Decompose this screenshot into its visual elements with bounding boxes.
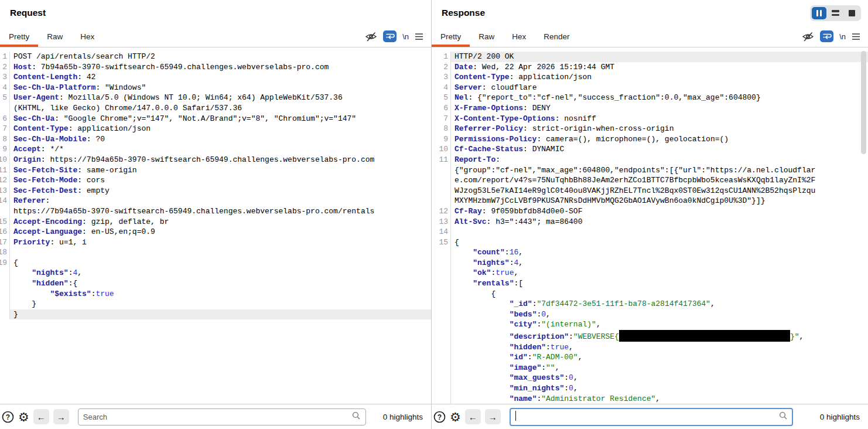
code-line[interactable]: 19{ [0, 258, 431, 268]
code-line[interactable]: 11Sec-Fetch-Site: same-origin [0, 165, 431, 176]
scrollbar[interactable] [860, 49, 867, 403]
code-line[interactable]: 14Referer: [0, 196, 431, 206]
code-line[interactable]: 5Nel: {"report_to":"cf-nel","success_fra… [432, 93, 868, 103]
line-number [432, 330, 451, 342]
code-line[interactable]: "max_guests":0, [432, 373, 868, 383]
code-line[interactable]: "id":"R-ADM-00", [432, 352, 868, 363]
help-button[interactable]: ? [433, 411, 446, 423]
response-code-editor[interactable]: 1HTTP/2 200 OK2Date: Wed, 22 Apr 2026 15… [432, 47, 868, 404]
code-line[interactable]: https://7b94a65b-3970-swiftsearch-65949.… [0, 206, 431, 217]
eye-off-icon[interactable] [802, 30, 814, 43]
line-number [432, 165, 451, 176]
code-line[interactable]: "description":"WEBVERSE{}", [432, 330, 868, 342]
code-line[interactable]: 15Accept-Encoding: gzip, deflate, br [0, 217, 431, 227]
code-line[interactable]: { [432, 289, 868, 299]
code-line[interactable]: 2Host: 7b94a65b-3970-swiftsearch-65949.c… [0, 62, 431, 73]
code-line[interactable]: } [0, 309, 431, 320]
code-line[interactable]: 6X-Frame-Options: DENY [432, 103, 868, 114]
tab-render[interactable]: Render [535, 26, 578, 47]
tab-hex[interactable]: Hex [71, 26, 103, 47]
tab-raw[interactable]: Raw [38, 26, 71, 47]
code-line[interactable]: 9Accept: */* [0, 144, 431, 155]
settings-gear-button[interactable]: ⚙ [450, 411, 461, 423]
code-line[interactable]: "nights":4, [432, 258, 868, 268]
code-line[interactable]: 9Permissions-Policy: camera=(), micropho… [432, 134, 868, 145]
search-prev-button[interactable]: ← [465, 409, 481, 424]
search-next-button[interactable]: → [53, 409, 69, 424]
code-line[interactable]: "min_nights":0, [432, 383, 868, 394]
line-number: 2 [432, 62, 451, 73]
tab-raw[interactable]: Raw [470, 26, 503, 47]
code-line[interactable]: 18 [0, 247, 431, 258]
wrap-lines-button[interactable] [383, 30, 397, 42]
code-line[interactable]: 6Sec-Ch-Ua: "Google Chrome";v="147", "No… [0, 114, 431, 124]
code-line[interactable]: "_id":"7df34472-3e51-11f1-ba78-a2814f417… [432, 299, 868, 309]
code-line[interactable]: MXYMHzbmW7jCcLVBf9PKUSA7NRsDdHMVbMQG2GbA… [432, 196, 868, 206]
request-code-editor[interactable]: 1POST /api/rentals/search HTTP/22Host: 7… [0, 47, 431, 404]
newline-toggle[interactable]: \n [402, 32, 409, 41]
code-line[interactable]: "ok":true, [432, 268, 868, 278]
layout-rows-button[interactable] [828, 7, 843, 19]
code-line[interactable]: "hidden":{ [0, 278, 431, 289]
code-line[interactable]: 3Content-Type: application/json [432, 72, 868, 83]
code-line[interactable]: 3Content-Length: 42 [0, 72, 431, 83]
code-line[interactable]: 4Server: cloudflare [432, 83, 868, 93]
code-line[interactable]: 11Report-To: [432, 155, 868, 165]
search-next-button[interactable]: → [485, 409, 501, 424]
layout-single-button[interactable] [845, 7, 859, 19]
code-line[interactable]: 10Origin: https://7b94a65b-3970-swiftsea… [0, 155, 431, 165]
help-button[interactable]: ? [2, 411, 14, 423]
tab-pretty[interactable]: Pretty [432, 26, 470, 47]
code-line[interactable]: 7Content-Type: application/json [0, 124, 431, 134]
code-line[interactable]: e.com/report/v4?s=75NuTqhbBh88JeAm2erhZC… [432, 175, 868, 186]
code-line[interactable]: 14 [432, 227, 868, 237]
code-line[interactable]: "$exists":true [0, 289, 431, 299]
code-line[interactable]: (KHTML, like Gecko) Chrome/147.0.0.0 Saf… [0, 103, 431, 114]
settings-gear-button[interactable]: ⚙ [18, 411, 29, 423]
code-line[interactable]: 2Date: Wed, 22 Apr 2026 15:19:44 GMT [432, 62, 868, 73]
code-line[interactable]: "beds":0, [432, 309, 868, 320]
line-number: 12 [0, 175, 10, 186]
code-line[interactable]: "name":"Administrator Residence", [432, 394, 868, 404]
code-line[interactable]: 17Priority: u=1, i [0, 237, 431, 248]
code-line[interactable]: 12Cf-Ray: 9f059bbfdb84d0e0-SOF [432, 206, 868, 217]
code-line[interactable]: WJzog53L5e7kAI14eR9glC0t40ou8VAKjjRZhEL7… [432, 186, 868, 196]
code-line[interactable]: 1POST /api/rentals/search HTTP/2 [0, 52, 431, 62]
code-line[interactable]: 16Accept-Language: en-US,en;q=0.9 [0, 227, 431, 237]
code-line[interactable]: "city":"(internal)", [432, 319, 868, 330]
code-line[interactable]: "hidden":true, [432, 342, 868, 353]
code-line[interactable]: 1HTTP/2 200 OK [432, 52, 868, 62]
code-line[interactable]: "count":16, [432, 247, 868, 258]
eye-off-icon[interactable] [365, 30, 377, 43]
layout-columns-button[interactable] [812, 7, 826, 19]
tab-pretty[interactable]: Pretty [0, 26, 38, 47]
text-caret [515, 411, 516, 421]
line-number: 14 [0, 196, 10, 206]
search-input[interactable] [78, 408, 366, 425]
code-line[interactable]: 4Sec-Ch-Ua-Platform: "Windows" [0, 83, 431, 93]
code-line[interactable]: "rentals":[ [432, 278, 868, 289]
code-line[interactable]: 15{ [432, 237, 868, 248]
search-prev-button[interactable]: ← [33, 409, 49, 424]
view-menu-icon[interactable] [415, 33, 423, 40]
code-line[interactable]: 13Sec-Fetch-Dest: empty [0, 186, 431, 196]
view-menu-icon[interactable] [852, 33, 860, 40]
code-line[interactable]: "image":"", [432, 363, 868, 373]
code-line[interactable]: } [0, 299, 431, 309]
search-input[interactable] [510, 408, 793, 426]
newline-toggle[interactable]: \n [839, 32, 846, 41]
code-line[interactable]: {"group":"cf-nel","max_age":604800,"endp… [432, 165, 868, 176]
code-line[interactable]: 10Cf-Cache-Status: DYNAMIC [432, 144, 868, 155]
code-line[interactable]: "nights":4, [0, 268, 431, 278]
scrollbar-thumb[interactable] [861, 51, 866, 154]
code-line[interactable]: 8Referrer-Policy: strict-origin-when-cro… [432, 124, 868, 134]
line-number [432, 186, 451, 196]
code-line[interactable]: 8Sec-Ch-Ua-Mobile: ?0 [0, 134, 431, 145]
tab-hex[interactable]: Hex [503, 26, 535, 47]
code-line[interactable]: 13Alt-Svc: h3=":443"; ma=86400 [432, 217, 868, 227]
code-line[interactable]: 12Sec-Fetch-Mode: cors [0, 175, 431, 186]
code-line[interactable]: 7X-Content-Type-Options: nosniff [432, 114, 868, 124]
code-line[interactable]: 5User-Agent: Mozilla/5.0 (Windows NT 10.… [0, 93, 431, 103]
line-number: 15 [0, 217, 10, 227]
wrap-lines-button[interactable] [820, 30, 833, 42]
